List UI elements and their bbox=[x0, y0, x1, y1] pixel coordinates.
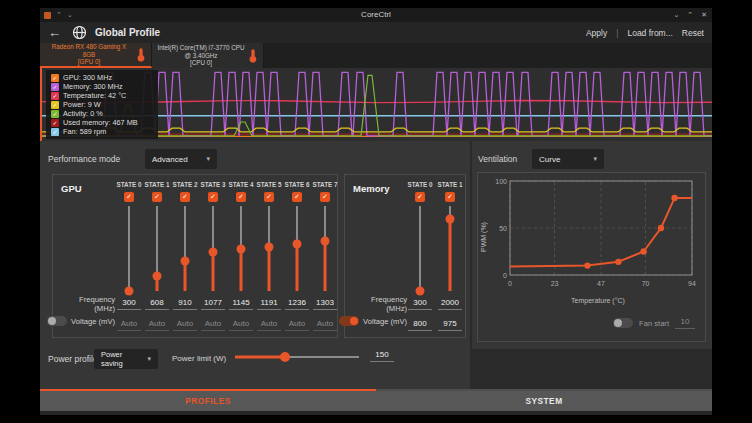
performance-mode-dropdown[interactable]: Advanced ▾ bbox=[145, 149, 217, 169]
device-tab-gpu[interactable]: Radeon RX 480 Gaming X 8GB [GPU 0] bbox=[40, 43, 152, 68]
state-checkbox[interactable]: ✓ bbox=[152, 192, 162, 202]
memory-frequency-label: Frequency (MHz) bbox=[351, 295, 407, 307]
cpu-tab-name: Intel(R) Core(TM) i7-3770 CPU @ 3.40GHz bbox=[157, 44, 244, 59]
state-checkbox[interactable]: ✓ bbox=[320, 192, 330, 202]
frequency-slider[interactable] bbox=[415, 206, 425, 291]
frequency-value[interactable]: 1236 bbox=[285, 297, 309, 310]
legend-checkbox[interactable]: ✓ bbox=[51, 110, 59, 118]
voltage-value[interactable]: Auto bbox=[285, 318, 309, 331]
fan-start-label: Fan start bbox=[639, 319, 669, 328]
memory-states-panel: Memory Frequency (MHz) Voltage (mV) STAT… bbox=[344, 174, 466, 338]
legend-label: Memory: 300 MHz bbox=[63, 82, 123, 91]
state-checkbox[interactable]: ✓ bbox=[236, 192, 246, 202]
voltage-value[interactable]: Auto bbox=[257, 318, 281, 331]
power-limit-value[interactable]: 150 bbox=[370, 349, 394, 362]
svg-text:100: 100 bbox=[495, 178, 507, 185]
legend-checkbox[interactable]: ✓ bbox=[51, 128, 59, 136]
legend-checkbox[interactable]: ✓ bbox=[51, 83, 59, 91]
legend-label: Power: 9 W bbox=[63, 100, 101, 109]
state-checkbox[interactable]: ✓ bbox=[180, 192, 190, 202]
frequency-slider[interactable] bbox=[292, 206, 302, 291]
voltage-value[interactable]: Auto bbox=[145, 318, 169, 331]
state-label: STATE 0 bbox=[117, 181, 142, 192]
state-label: STATE 0 bbox=[408, 181, 433, 192]
state-label: STATE 6 bbox=[285, 181, 310, 192]
legend-label: Fan: 589 rpm bbox=[63, 127, 106, 136]
frequency-slider[interactable] bbox=[208, 206, 218, 291]
state-checkbox[interactable]: ✓ bbox=[124, 192, 134, 202]
legend-checkbox[interactable]: ✓ bbox=[51, 101, 59, 109]
frequency-value[interactable]: 1077 bbox=[201, 297, 225, 310]
frequency-slider[interactable] bbox=[236, 206, 246, 291]
voltage-value[interactable]: Auto bbox=[201, 318, 225, 331]
legend-checkbox[interactable]: ✓ bbox=[51, 119, 59, 127]
frequency-value[interactable]: 1145 bbox=[229, 297, 253, 310]
voltage-value[interactable]: 975 bbox=[438, 318, 462, 331]
memory-voltage-toggle[interactable] bbox=[339, 316, 359, 326]
window-maximize-button[interactable]: ⌃ bbox=[687, 11, 693, 19]
power-limit-slider[interactable] bbox=[235, 352, 359, 362]
globe-icon bbox=[72, 25, 87, 40]
voltage-value[interactable]: 800 bbox=[408, 318, 432, 331]
gpu-voltage-label: Voltage (mV) bbox=[71, 317, 115, 326]
chevron-down-icon: ▾ bbox=[206, 155, 210, 163]
chevron-down-icon: ▾ bbox=[593, 155, 597, 163]
frequency-value[interactable]: 910 bbox=[173, 297, 197, 310]
state-checkbox[interactable]: ✓ bbox=[264, 192, 274, 202]
state-column: STATE 7 ✓ 1303 Auto bbox=[311, 181, 339, 331]
state-column: STATE 0 ✓ 300 800 bbox=[405, 181, 435, 331]
fan-curve-chart[interactable]: 023477094050100 bbox=[492, 177, 699, 299]
apply-button[interactable]: Apply bbox=[586, 28, 607, 38]
voltage-value[interactable]: Auto bbox=[229, 318, 253, 331]
voltage-value[interactable]: Auto bbox=[173, 318, 197, 331]
ventilation-value: Curve bbox=[539, 155, 560, 164]
frequency-value[interactable]: 1191 bbox=[257, 297, 281, 310]
state-column: STATE 1 ✓ 608 Auto bbox=[143, 181, 171, 331]
state-checkbox[interactable]: ✓ bbox=[415, 192, 425, 202]
state-column: STATE 5 ✓ 1191 Auto bbox=[255, 181, 283, 331]
voltage-value[interactable]: Auto bbox=[313, 318, 337, 331]
content-area: Performance mode Advanced ▾ GPU Frequenc… bbox=[40, 141, 712, 389]
device-tab-cpu[interactable]: Intel(R) Core(TM) i7-3770 CPU @ 3.40GHz … bbox=[152, 43, 264, 68]
state-column: STATE 3 ✓ 1077 Auto bbox=[199, 181, 227, 331]
state-column: STATE 0 ✓ 300 Auto bbox=[115, 181, 143, 331]
window-title: CoreCtrl bbox=[40, 8, 712, 22]
frequency-slider[interactable] bbox=[180, 206, 190, 291]
state-checkbox[interactable]: ✓ bbox=[445, 192, 455, 202]
back-button[interactable]: ← bbox=[48, 22, 61, 43]
power-limit-label: Power limit (W) bbox=[172, 354, 226, 363]
window-minimize-button[interactable]: ⌄ bbox=[673, 11, 679, 19]
state-label: STATE 7 bbox=[313, 181, 338, 192]
load-from-button[interactable]: Load from... bbox=[627, 28, 672, 38]
window-close-button[interactable]: ✕ bbox=[701, 11, 707, 19]
voltage-value[interactable]: Auto bbox=[117, 318, 141, 331]
state-checkbox[interactable]: ✓ bbox=[208, 192, 218, 202]
legend-checkbox[interactable]: ✓ bbox=[51, 92, 59, 100]
legend-checkbox[interactable]: ✓ bbox=[51, 74, 59, 82]
frequency-slider[interactable] bbox=[264, 206, 274, 291]
power-profile-dropdown[interactable]: Power saving ▾ bbox=[94, 349, 158, 369]
frequency-value[interactable]: 608 bbox=[145, 297, 169, 310]
gpu-voltage-toggle[interactable] bbox=[47, 316, 67, 326]
state-checkbox[interactable]: ✓ bbox=[292, 192, 302, 202]
fan-start-toggle[interactable] bbox=[613, 318, 633, 328]
svg-text:70: 70 bbox=[642, 280, 650, 287]
ventilation-label: Ventilation bbox=[478, 154, 517, 164]
fan-start-value[interactable]: 10 bbox=[675, 317, 695, 329]
svg-text:50: 50 bbox=[499, 225, 507, 232]
bottom-tab-bar: PROFILES SYSTEM bbox=[40, 389, 712, 411]
frequency-slider[interactable] bbox=[152, 206, 162, 291]
frequency-value[interactable]: 300 bbox=[408, 297, 432, 310]
reset-button[interactable]: Reset bbox=[682, 28, 704, 38]
legend-item: ✓ Memory: 300 MHz bbox=[51, 82, 153, 91]
ventilation-dropdown[interactable]: Curve ▾ bbox=[532, 149, 604, 169]
frequency-value[interactable]: 2000 bbox=[438, 297, 462, 310]
tab-system[interactable]: SYSTEM bbox=[376, 389, 712, 411]
frequency-slider[interactable] bbox=[445, 206, 455, 291]
frequency-slider[interactable] bbox=[320, 206, 330, 291]
frequency-slider[interactable] bbox=[124, 206, 134, 291]
frequency-value[interactable]: 1303 bbox=[313, 297, 337, 310]
tab-profiles[interactable]: PROFILES bbox=[40, 389, 376, 411]
frequency-value[interactable]: 300 bbox=[117, 297, 141, 310]
legend-label: Temperature: 42 °C bbox=[63, 91, 126, 100]
